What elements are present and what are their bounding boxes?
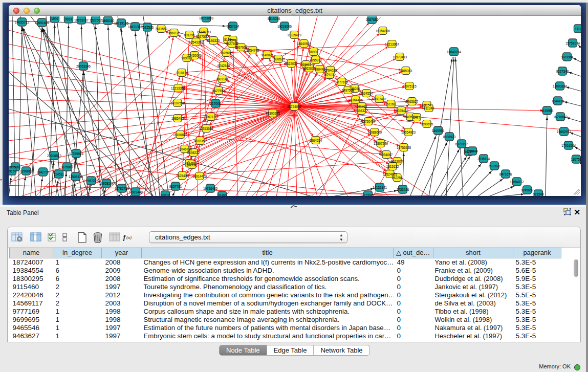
svg-text:18524861: 18524861 xyxy=(383,172,398,176)
svg-text:921549: 921549 xyxy=(533,192,544,196)
svg-text:7611552: 7611552 xyxy=(155,27,168,31)
svg-text:10107552: 10107552 xyxy=(170,101,185,105)
svg-text:8427552: 8427552 xyxy=(212,89,225,93)
svg-text:2087682: 2087682 xyxy=(366,18,379,21)
svg-text:9245652: 9245652 xyxy=(521,188,534,192)
svg-text:15720407: 15720407 xyxy=(361,120,376,123)
svg-text:9242848: 9242848 xyxy=(217,64,230,68)
svg-text:16782759: 16782759 xyxy=(115,187,129,190)
svg-text:1588520: 1588520 xyxy=(272,57,285,61)
svg-text:20053346: 20053346 xyxy=(76,64,91,68)
svg-text:16154808: 16154808 xyxy=(376,29,390,33)
svg-text:12975115: 12975115 xyxy=(402,84,417,88)
svg-text:6794028: 6794028 xyxy=(324,69,337,72)
svg-text:9031: 9031 xyxy=(65,17,73,21)
svg-text:116753: 116753 xyxy=(571,158,581,161)
svg-text:14055712: 14055712 xyxy=(15,20,30,24)
svg-text:9227342: 9227342 xyxy=(556,70,569,73)
svg-text:12213359: 12213359 xyxy=(171,86,186,90)
svg-text:5498222: 5498222 xyxy=(187,151,200,155)
svg-text:911340: 911340 xyxy=(424,106,434,110)
svg-text:10958107: 10958107 xyxy=(99,182,114,185)
svg-text:10025433: 10025433 xyxy=(394,109,409,113)
svg-text:19218506: 19218506 xyxy=(277,25,292,28)
svg-text:1815132: 1815132 xyxy=(386,165,399,168)
svg-text:7955812: 7955812 xyxy=(310,58,322,62)
svg-text:18640910: 18640910 xyxy=(297,42,312,46)
svg-text:17016504: 17016504 xyxy=(561,144,576,147)
svg-text:9660125: 9660125 xyxy=(168,31,181,35)
svg-text:201462: 201462 xyxy=(356,105,367,108)
svg-text:2803144: 2803144 xyxy=(216,77,229,81)
svg-text:1906: 1906 xyxy=(51,17,59,20)
svg-text:12505135: 12505135 xyxy=(69,175,83,179)
svg-text:16996: 16996 xyxy=(309,50,318,54)
svg-text:16671385: 16671385 xyxy=(128,25,143,29)
svg-text:9657791: 9657791 xyxy=(169,185,182,188)
svg-text:8215955: 8215955 xyxy=(541,109,554,113)
svg-text:15807249: 15807249 xyxy=(374,142,388,145)
svg-text:17359924: 17359924 xyxy=(69,152,84,156)
svg-text:15751074: 15751074 xyxy=(565,41,580,45)
svg-text:7625402: 7625402 xyxy=(176,174,189,178)
svg-text:835061: 835061 xyxy=(10,165,21,169)
svg-text:10973493: 10973493 xyxy=(393,55,407,59)
svg-text:14994: 14994 xyxy=(187,163,197,167)
svg-text:92450: 92450 xyxy=(217,194,227,196)
svg-text:9463627: 9463627 xyxy=(406,100,419,103)
svg-text:8477: 8477 xyxy=(413,116,421,119)
svg-text:19166827: 19166827 xyxy=(173,133,188,137)
svg-text:11353594: 11353594 xyxy=(199,127,213,130)
svg-text:990448: 990448 xyxy=(314,68,325,71)
svg-text:8471676: 8471676 xyxy=(499,172,512,176)
svg-text:6379197: 6379197 xyxy=(455,142,468,146)
svg-text:1117: 1117 xyxy=(575,27,581,31)
svg-text:7515526: 7515526 xyxy=(141,26,154,29)
svg-text:16914479: 16914479 xyxy=(192,174,207,178)
svg-text:39159: 39159 xyxy=(9,169,16,173)
svg-text:11923448: 11923448 xyxy=(128,190,143,194)
svg-text:2718126: 2718126 xyxy=(176,71,188,75)
svg-text:6497568: 6497568 xyxy=(342,89,355,92)
svg-text:1612074: 1612074 xyxy=(391,160,404,163)
svg-text:9146821: 9146821 xyxy=(261,53,274,57)
svg-text:8813054: 8813054 xyxy=(268,17,280,20)
svg-text:12093822: 12093822 xyxy=(553,84,568,88)
svg-text:1985495: 1985495 xyxy=(171,117,184,120)
svg-text:16210643: 16210643 xyxy=(553,115,568,119)
svg-text:9084067: 9084067 xyxy=(380,153,393,157)
svg-text:1733426: 1733426 xyxy=(397,188,409,191)
svg-text:2935114: 2935114 xyxy=(477,157,490,161)
svg-text:9527500: 9527500 xyxy=(196,35,209,38)
svg-text:2867608: 2867608 xyxy=(235,46,248,49)
svg-text:7857224: 7857224 xyxy=(227,25,239,28)
svg-text:9975867: 9975867 xyxy=(61,165,74,169)
svg-text:10654112: 10654112 xyxy=(510,180,524,184)
svg-text:14136141: 14136141 xyxy=(373,186,387,189)
svg-text:891295: 891295 xyxy=(184,33,195,37)
svg-text:174444: 174444 xyxy=(467,149,478,153)
svg-text:7485063: 7485063 xyxy=(400,69,412,73)
svg-text:83612: 83612 xyxy=(161,193,170,196)
svg-text:20206513: 20206513 xyxy=(47,154,62,158)
svg-text:6466160: 6466160 xyxy=(102,19,115,23)
svg-text:11325419: 11325419 xyxy=(287,33,301,37)
svg-text:2942737: 2942737 xyxy=(37,170,50,174)
svg-text:9929966: 9929966 xyxy=(561,55,574,59)
svg-text:9699695: 9699695 xyxy=(421,122,433,126)
svg-text:7386322: 7386322 xyxy=(355,109,368,113)
svg-text:19716485: 19716485 xyxy=(203,187,218,190)
svg-text:1156819: 1156819 xyxy=(20,169,33,173)
svg-text:1527602: 1527602 xyxy=(90,18,102,22)
svg-text:252254: 252254 xyxy=(391,176,403,180)
svg-text:62160: 62160 xyxy=(386,102,396,106)
svg-text:169612: 169612 xyxy=(300,63,312,67)
svg-text:15692971: 15692971 xyxy=(557,130,572,134)
svg-text:8186325: 8186325 xyxy=(207,39,220,42)
svg-text:217006: 217006 xyxy=(210,102,221,105)
svg-text:114511: 114511 xyxy=(54,172,64,176)
svg-text:10046736: 10046736 xyxy=(178,147,192,151)
svg-text:19654923: 19654923 xyxy=(401,130,416,134)
svg-text:19756928: 19756928 xyxy=(397,146,411,149)
svg-text:(x): (x) xyxy=(126,235,132,240)
